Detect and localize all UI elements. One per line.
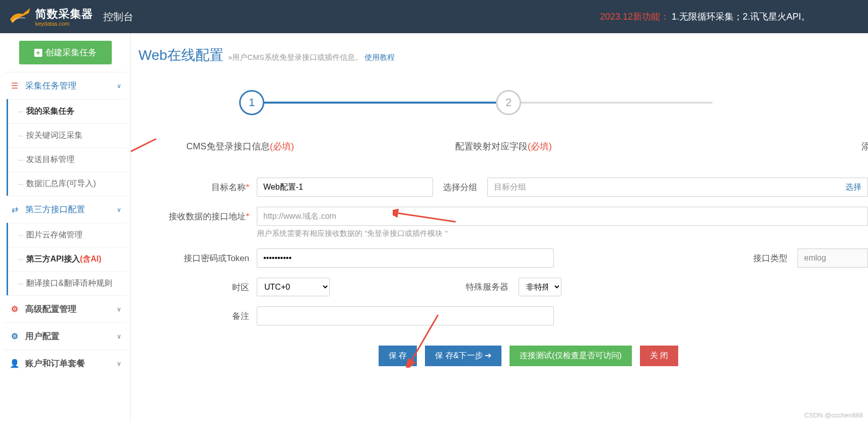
api-type-value: emlog — [798, 248, 868, 268]
target-name-label: 目标名称* — [138, 178, 257, 193]
token-label: 接口密码或Token — [138, 248, 257, 264]
logo-main-text: 简数采集器 — [35, 7, 93, 22]
page-title: Web在线配置 — [138, 47, 224, 63]
tutorial-link[interactable]: 使用教程 — [365, 53, 395, 61]
chevron-down-icon: ∨ — [117, 360, 121, 367]
console-label[interactable]: 控制台 — [103, 10, 133, 24]
chevron-down-icon: ∨ — [117, 206, 121, 213]
sidebar-item-image-storage[interactable]: 图片云存储管理 — [8, 223, 126, 247]
server-label: 特殊服务器 — [466, 281, 509, 293]
gears-icon: ⚙ — [9, 304, 20, 314]
sidebar-item-data-summary[interactable]: 数据汇总库(可导入) — [8, 172, 126, 196]
sidebar-item-my-tasks[interactable]: 我的采集任务 — [8, 99, 126, 123]
token-input[interactable] — [257, 248, 554, 268]
nav-section-advanced[interactable]: ⚙ 高级配置管理 ∨ — [4, 296, 126, 322]
step-2-label: 配置映射对应字段(必填) — [455, 140, 552, 152]
step-indicator: 1 2 — [239, 90, 868, 115]
announcement: 2023.12新功能： 1.无限循环采集；2.讯飞星火API。 — [600, 11, 810, 23]
logo-sub-text: keydatas.com — [35, 21, 93, 27]
timezone-select[interactable]: UTC+0 — [257, 278, 330, 296]
config-form: 目标名称* 选择分组 选择 接收数据的接口地址* — [138, 178, 868, 325]
page-subtitle: »用户CMS系统免登录接口或插件信息。 使用教程 — [228, 53, 395, 61]
chevron-down-icon: ∨ — [117, 333, 121, 340]
create-task-button[interactable]: + 创建采集任务 — [19, 41, 112, 64]
step-line-2 — [521, 102, 712, 104]
step-1-circle[interactable]: 1 — [239, 90, 264, 115]
save-button[interactable]: 保 存 — [379, 346, 417, 366]
group-label: 选择分组 — [443, 182, 477, 193]
save-next-button[interactable]: 保 存&下一步➔ — [425, 346, 501, 366]
target-name-input[interactable] — [257, 178, 433, 197]
announce-highlight: 2023.12新功能： — [600, 12, 669, 22]
top-header: 简数采集器 keydatas.com 控制台 2023.12新功能： 1.无限循… — [0, 0, 868, 33]
announce-text: 1.无限循环采集；2.讯飞星火API。 — [672, 12, 810, 22]
list-icon: ☰ — [9, 81, 20, 91]
step-3-label-partial: 添 — [861, 140, 868, 152]
chevron-down-icon: ∨ — [117, 82, 121, 90]
step-1-label: CMS免登录接口信息(必填) — [186, 140, 294, 152]
chevron-down-icon: ∨ — [117, 306, 121, 313]
plus-icon: + — [34, 49, 42, 57]
api-url-hint: 用户系统需要有相应接收数据的 "免登录接口或插件模块 " — [257, 229, 868, 238]
main-content: Web在线配置 »用户CMS系统免登录接口或插件信息。 使用教程 1 2 CMS… — [131, 33, 868, 422]
nav-section-collection[interactable]: ☰ 采集任务管理 ∨ — [4, 72, 126, 99]
api-url-label: 接收数据的接口地址* — [138, 207, 257, 222]
arrow-right-icon: ➔ — [485, 351, 491, 360]
nav-section-thirdparty[interactable]: ⇄ 第三方接口配置 ∨ — [4, 196, 126, 223]
server-select[interactable]: 非特殊 — [519, 278, 561, 296]
remark-input[interactable] — [257, 306, 554, 325]
timezone-label: 时区 — [138, 278, 257, 293]
sidebar-item-translate[interactable]: 翻译接口&翻译语种规则 — [8, 271, 126, 295]
gear-icon: ⚙ — [9, 331, 20, 341]
group-input[interactable] — [488, 178, 839, 196]
step-line-1 — [264, 102, 496, 104]
close-button[interactable]: 关 闭 — [640, 346, 678, 366]
logo[interactable]: 简数采集器 keydatas.com — [8, 4, 93, 29]
test-connection-button[interactable]: 连接测试(仅检查是否可访问) — [510, 346, 632, 366]
sidebar: + 创建采集任务 ☰ 采集任务管理 ∨ 我的采集任务 按关键词泛采集 发送目标管… — [0, 33, 131, 422]
swap-icon: ⇄ — [9, 205, 20, 214]
nav-section-user[interactable]: ⚙ 用户配置 ∨ — [4, 323, 126, 350]
sidebar-item-api-access[interactable]: 第三方API接入(含AI) — [8, 247, 126, 271]
form-actions: 保 存 保 存&下一步➔ 连接测试(仅检查是否可访问) 关 闭 — [138, 346, 868, 366]
api-type-label: 接口类型 — [753, 252, 787, 264]
step-2-circle[interactable]: 2 — [496, 90, 521, 115]
sidebar-item-keyword-collect[interactable]: 按关键词泛采集 — [8, 123, 126, 147]
user-icon: 👤 — [9, 359, 20, 368]
watermark: CSDN @ccchen888 — [804, 411, 863, 419]
logo-icon — [8, 4, 33, 29]
remark-label: 备注 — [138, 306, 257, 322]
nav-section-account[interactable]: 👤 账户和订单套餐 ∨ — [4, 350, 126, 377]
api-url-input[interactable] — [257, 207, 868, 226]
sidebar-item-send-target[interactable]: 发送目标管理 — [8, 147, 126, 172]
group-select-link[interactable]: 选择 — [839, 182, 867, 193]
